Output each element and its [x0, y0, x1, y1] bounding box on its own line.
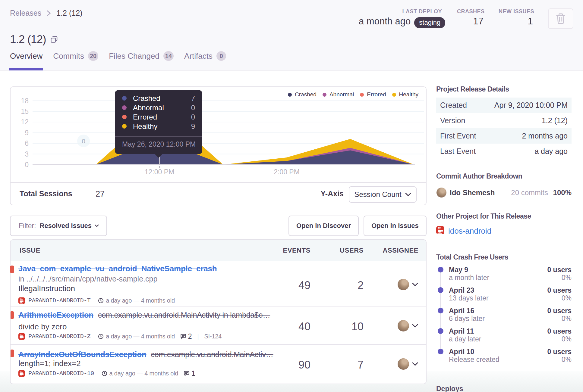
- svg-text:0: 0: [25, 161, 29, 169]
- svg-text:2:00 PM: 2:00 PM: [274, 168, 300, 176]
- svg-text:12:00 PM: 12:00 PM: [145, 168, 174, 176]
- svg-text:9: 9: [25, 129, 29, 137]
- svg-text:15: 15: [21, 107, 29, 115]
- svg-text:3: 3: [25, 150, 29, 158]
- svg-text:6: 6: [25, 139, 29, 147]
- svg-text:12: 12: [21, 118, 29, 126]
- svg-text:0: 0: [82, 138, 85, 145]
- svg-text:18: 18: [21, 97, 29, 105]
